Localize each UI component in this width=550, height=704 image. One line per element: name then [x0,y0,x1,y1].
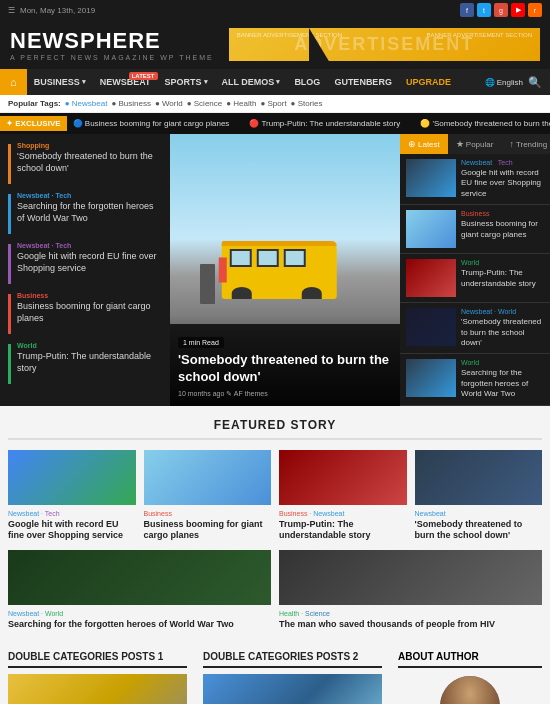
featured-item[interactable]: Newsbeat 'Somebody threatened to burn th… [415,450,543,542]
hero-main-image [170,134,400,324]
featured-cats: Newsbeat · Tech [8,510,136,517]
dc-main-item-2[interactable]: Research · Trending Is your city's popul… [203,674,382,704]
side-item-text: Newsbeat · World 'Somebody threatened to… [461,308,544,348]
nav-item-business[interactable]: BUSINESS▾ [27,70,93,94]
featured-item[interactable]: Business · Newsbeat Trump-Putin: The und… [279,450,407,542]
about-author-section: ABOUT AUTHOR AF themes Focused on qualit… [390,643,550,704]
side-item-text: Newsbeat · Tech Google hit with record E… [461,159,544,199]
category-label: Newsbeat · Tech [17,242,162,249]
hero-sidebar: Shopping 'Somebody threatened to burn th… [0,134,170,406]
category-bar [8,144,11,184]
search-icon[interactable]: 🔍 [528,76,542,89]
tags-label: Popular Tags: [8,99,61,108]
hero-sidebar-item[interactable]: World Trump-Putin: The understandable st… [8,342,162,384]
side-item-cats: World [461,259,544,266]
featured-item-title: The man who saved thousands of people fr… [279,619,542,631]
read-time-badge: 1 min Read [178,337,224,348]
dc-main-item-1[interactable]: Newsbeat · Tech Google hit with record E… [8,674,187,704]
tag-health[interactable]: ● Health [226,99,256,108]
hero-item-text: Shopping 'Somebody threatened to burn th… [17,142,162,174]
side-news-item[interactable]: Business Business booming for giant carg… [400,205,550,254]
hero-item-title: Trump-Putin: The understandable story [17,351,162,374]
facebook-icon[interactable]: f [460,3,474,17]
tab-trending[interactable]: ↑ Trending [501,134,550,154]
ad-banner: BANNER ADVERTISEMENT SECTION ADVERTISEME… [229,28,540,61]
featured-cats: Newsbeat · World [8,610,271,617]
featured-cats: Health · Science [279,610,542,617]
about-author-title: ABOUT AUTHOR [398,651,542,668]
bottom-section: DOUBLE CATEGORIES POSTS 1 Newsbeat · Tec… [0,643,550,704]
language-selector[interactable]: 🌐 English [485,78,523,87]
chevron-down-icon: ▾ [204,78,208,86]
rss-icon[interactable]: r [528,3,542,17]
tab-latest[interactable]: ⊕ Latest [400,134,448,154]
side-item-cats: Business [461,210,544,217]
breaking-item-2[interactable]: 🔴 Trump-Putin: The understandable story [249,119,400,128]
nav-home-button[interactable]: ⌂ [0,69,27,95]
newsbeat-badge: LATEST [129,72,158,80]
hero-item-title: Searching for the forgotten heroes of Wo… [17,201,162,224]
side-news-item[interactable]: Newsbeat · Tech Google hit with record E… [400,154,550,205]
tag-business[interactable]: ● Business [111,99,151,108]
hero-main-title[interactable]: 'Somebody threatened to burn the school … [178,352,392,386]
category-label: Business [17,292,162,299]
twitter-icon[interactable]: t [477,3,491,17]
featured-item[interactable]: Newsbeat · World Searching for the forgo… [8,550,271,631]
hamburger-icon[interactable]: ☰ [8,6,15,15]
youtube-icon[interactable]: ▶ [511,3,525,17]
tab-popular[interactable]: ★ Popular [448,134,502,154]
nav-items: BUSINESS▾ NEWSBEAT LATEST SPORTS▾ ALL DE… [27,70,485,94]
ad-label-right: BANNER ADVERTISEMENT SECTION [427,32,532,38]
tag-sport[interactable]: ● Sport [260,99,286,108]
side-news-list: Newsbeat · Tech Google hit with record E… [400,154,550,406]
hero-sidebar-item[interactable]: Newsbeat · Tech Google hit with record E… [8,242,162,284]
header: NEWSPHERE A PERFECT NEWS MAGAZINE WP THE… [0,20,550,69]
hero-tabs: ⊕ Latest ★ Popular ↑ Trending [400,134,550,154]
side-item-cats: Newsbeat · World [461,308,544,315]
hero-item-text: Business Business booming for giant carg… [17,292,162,324]
hero-item-text: World Trump-Putin: The understandable st… [17,342,162,374]
nav-item-blog[interactable]: BLOG [287,70,327,94]
tag-science[interactable]: ● Science [187,99,223,108]
featured-item[interactable]: Newsbeat · Tech Google hit with record E… [8,450,136,542]
tag-stories[interactable]: ● Stories [291,99,323,108]
side-item-text: World Searching for the forgotten heroes… [461,359,544,399]
nav-item-gutenberg[interactable]: GUTENBERG [327,70,399,94]
nav-item-alldemos[interactable]: ALL DEMOS▾ [215,70,288,94]
featured-cats: Newsbeat [415,510,543,517]
dc-main-image-2 [203,674,382,704]
hero-item-text: Newsbeat · Tech Google hit with record E… [17,242,162,274]
double-cat-title-1: DOUBLE CATEGORIES POSTS 1 [8,651,187,668]
featured-img [415,450,543,505]
side-news-item[interactable]: Newsbeat · World 'Somebody threatened to… [400,303,550,354]
navigation: ⌂ BUSINESS▾ NEWSBEAT LATEST SPORTS▾ ALL … [0,69,550,95]
side-news-item[interactable]: World Searching for the forgotten heroes… [400,354,550,405]
dc-main-image-1 [8,674,187,704]
logo-tagline: A PERFECT NEWS MAGAZINE WP THEME [10,54,214,61]
nav-item-newsbeat[interactable]: NEWSBEAT LATEST [93,70,158,94]
googleplus-icon[interactable]: g [494,3,508,17]
nav-item-upgrade[interactable]: UPGRADE [399,70,458,94]
hero-item-title: Business booming for giant cargo planes [17,301,162,324]
breaking-item-1[interactable]: 🔵 Business booming for giant cargo plane… [73,119,230,128]
tag-newsbeat[interactable]: ● Newsbeat [65,99,108,108]
featured-item[interactable]: Health · Science The man who saved thous… [279,550,542,631]
side-item-title: 'Somebody threatened to burn the school … [461,317,544,348]
category-bar [8,194,11,234]
hero-sidebar-item[interactable]: Business Business booming for giant carg… [8,292,162,334]
category-bar [8,344,11,384]
tag-world[interactable]: ● World [155,99,183,108]
hero-sidebar-item[interactable]: Shopping 'Somebody threatened to burn th… [8,142,162,184]
nav-item-sports[interactable]: SPORTS▾ [158,70,215,94]
featured-item-title: Searching for the forgotten heroes of Wo… [8,619,271,631]
breaking-item-3[interactable]: 🟡 'Somebody threatened to burn the schoo… [420,119,550,128]
logo[interactable]: NEWSPHERE A PERFECT NEWS MAGAZINE WP THE… [10,28,214,61]
side-item-text: World Trump-Putin: The understandable st… [461,259,544,289]
side-item-title: Business booming for giant cargo planes [461,219,544,240]
side-item-title: Google hit with record EU fine over Shop… [461,168,544,199]
featured-item[interactable]: Business Business booming for giant carg… [144,450,272,542]
hero-sidebar-item[interactable]: Newsbeat · Tech Searching for the forgot… [8,192,162,234]
hero-item-text: Newsbeat · Tech Searching for the forgot… [17,192,162,224]
breaking-bar: ✦ EXCLUSIVE 🔵 Business booming for giant… [0,113,550,134]
side-news-item[interactable]: World Trump-Putin: The understandable st… [400,254,550,303]
